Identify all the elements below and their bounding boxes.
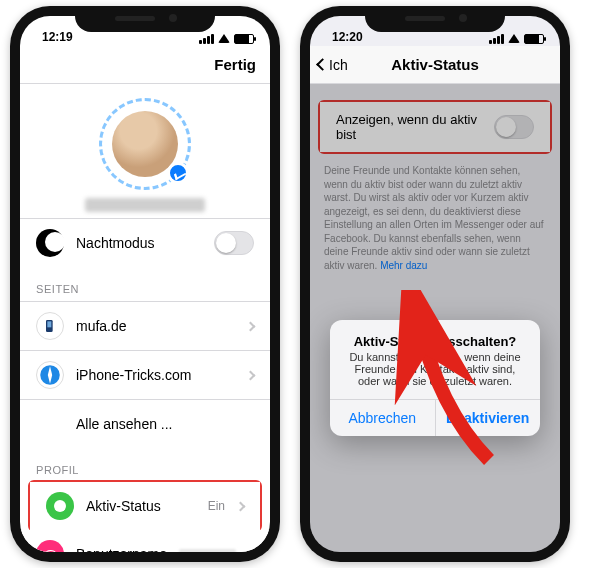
back-button[interactable]: Ich <box>318 57 348 73</box>
spacer <box>36 410 64 438</box>
phone-right: 12:20 Ich Aktiv-Status Anzeigen, wenn du… <box>300 6 570 562</box>
notch <box>365 6 505 32</box>
moon-icon <box>36 229 64 257</box>
navbar: Ich Aktiv-Status <box>310 46 560 84</box>
row-label: mufa.de <box>76 318 235 334</box>
deactivate-button[interactable]: Deaktivieren <box>436 400 541 436</box>
chevron-right-icon <box>236 501 246 511</box>
row-label: Nachtmodus <box>76 235 202 251</box>
row-label: Aktiv-Status <box>86 498 196 514</box>
wifi-icon <box>218 34 230 43</box>
confirm-alert: Aktiv-Status ausschalten? Du kannst nich… <box>330 320 540 436</box>
battery-icon <box>524 34 544 44</box>
night-mode-toggle[interactable] <box>214 231 254 255</box>
profile-name-blurred <box>85 198 205 212</box>
page-icon <box>36 312 64 340</box>
notch <box>75 6 215 32</box>
row-active-status[interactable]: Aktiv-Status Ein <box>30 482 260 530</box>
at-icon <box>36 540 64 552</box>
done-button[interactable]: Fertig <box>214 56 256 73</box>
row-label: Alle ansehen ... <box>76 416 254 432</box>
wifi-icon <box>508 34 520 43</box>
row-mufa[interactable]: mufa.de <box>20 301 270 350</box>
row-value: Ein <box>208 499 225 513</box>
messenger-code-ring[interactable] <box>99 98 191 190</box>
status-time: 12:20 <box>326 30 363 44</box>
active-status-icon <box>46 492 74 520</box>
phone-left: 12:19 Fertig Nachtmodus <box>10 6 280 562</box>
status-time: 12:19 <box>36 30 73 44</box>
row-see-all[interactable]: Alle ansehen ... <box>20 399 270 448</box>
row-username[interactable]: Benutzername <box>20 530 270 552</box>
navbar: Fertig <box>20 46 270 84</box>
row-label: iPhone-Tricks.com <box>76 367 235 383</box>
cancel-button[interactable]: Abbrechen <box>330 400 436 436</box>
modal-backdrop: Aktiv-Status ausschalten? Du kannst nich… <box>310 84 560 552</box>
chevron-left-icon <box>316 58 329 71</box>
page-icon <box>36 361 64 389</box>
signal-icon <box>489 34 504 44</box>
svg-rect-1 <box>47 321 51 327</box>
nav-title: Aktiv-Status <box>391 56 479 73</box>
alert-title: Aktiv-Status ausschalten? <box>330 320 540 351</box>
profile-hero <box>20 84 270 218</box>
alert-message: Du kannst nicht sehen, wenn deine Freund… <box>330 351 540 399</box>
messenger-icon <box>167 162 189 184</box>
chevron-right-icon <box>246 321 256 331</box>
username-value-blurred <box>179 549 236 552</box>
battery-icon <box>234 34 254 44</box>
row-iphonetricks[interactable]: iPhone-Tricks.com <box>20 350 270 399</box>
back-label: Ich <box>329 57 348 73</box>
signal-icon <box>199 34 214 44</box>
section-header-profile: PROFIL <box>20 448 270 482</box>
chevron-right-icon <box>247 549 256 552</box>
row-night-mode[interactable]: Nachtmodus <box>20 218 270 267</box>
row-label: Benutzername <box>76 546 167 552</box>
chevron-right-icon <box>246 370 256 380</box>
section-header-pages: SEITEN <box>20 267 270 301</box>
highlight-box: Aktiv-Status Ein <box>28 480 262 532</box>
